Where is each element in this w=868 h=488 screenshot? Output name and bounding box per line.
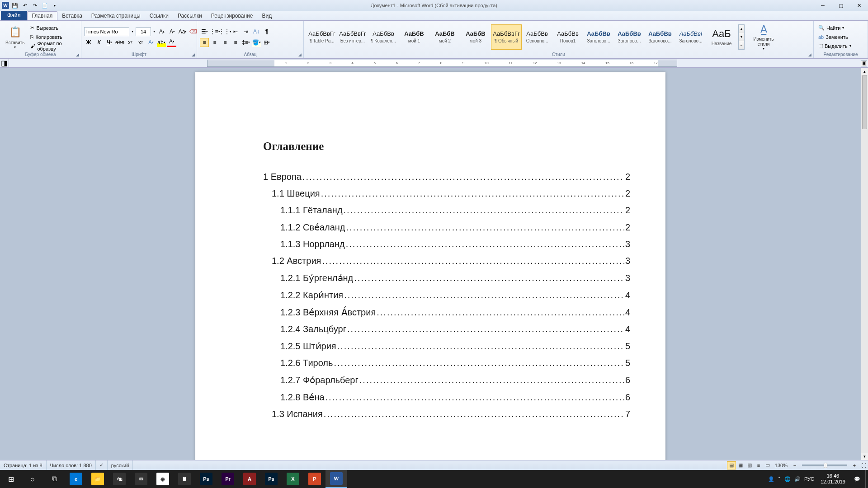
select-button[interactable]: ⬚Выделить▾ — [816, 42, 853, 50]
zoom-fit-button[interactable]: ⛶ — [859, 461, 868, 469]
taskbar-store[interactable]: 🛍 — [108, 470, 130, 488]
view-outline[interactable]: ≡ — [754, 461, 763, 469]
style-item-11[interactable]: АаБбВвЗаголово... — [645, 24, 675, 50]
style-scroll-down[interactable]: ▾ — [739, 33, 744, 41]
taskbar-mail[interactable]: ✉ — [130, 470, 152, 488]
status-language[interactable]: русский — [108, 460, 133, 470]
style-item-4[interactable]: АаБбВмой 2 — [429, 24, 460, 50]
ruler-corner[interactable]: ◨ — [0, 59, 9, 68]
size-dd-icon[interactable]: ▾ — [152, 29, 156, 33]
font-color-button[interactable]: A▾ — [167, 38, 176, 47]
clipboard-launcher[interactable]: ◢ — [75, 52, 80, 57]
change-case-button[interactable]: Aa▾ — [178, 27, 187, 36]
copy-button[interactable]: ⎘Копировать — [28, 33, 78, 41]
view-draft[interactable]: ▭ — [763, 461, 772, 469]
style-scroll-more[interactable]: ≡ — [739, 41, 744, 49]
tab-1[interactable]: Вставка — [57, 11, 87, 20]
borders-button[interactable]: ⊞▾ — [262, 38, 271, 47]
tab-2[interactable]: Разметка страницы — [87, 11, 145, 20]
style-item-5[interactable]: АаБбВмой 3 — [460, 24, 491, 50]
underline-button[interactable]: Ч▾ — [105, 38, 114, 47]
minimize-button[interactable]: ─ — [814, 0, 832, 11]
status-proofing[interactable]: ✓ — [96, 460, 108, 470]
sort-button[interactable]: A↓ — [252, 27, 261, 36]
change-styles-button[interactable]: A̲ Изменить стили ▾ — [749, 23, 778, 52]
styles-launcher[interactable]: ◢ — [807, 52, 812, 57]
taskbar-excel[interactable]: X — [282, 470, 304, 488]
status-page[interactable]: Страница: 1 из 8 — [0, 460, 47, 470]
qat-customize-icon[interactable]: ▾ — [51, 1, 59, 9]
italic-button[interactable]: К — [94, 38, 104, 47]
scroll-down-icon[interactable]: ▾ — [861, 453, 868, 460]
tab-3[interactable]: Ссылки — [145, 11, 173, 20]
tab-6[interactable]: Вид — [257, 11, 276, 20]
tray-network-icon[interactable]: 🌐 — [784, 476, 791, 482]
cut-button[interactable]: ✂Вырезать — [28, 24, 78, 32]
line-spacing-button[interactable]: ‡≡▾ — [241, 38, 250, 47]
zoom-in-button[interactable]: + — [850, 461, 859, 469]
horizontal-ruler[interactable]: ·1·2·3·4·5·6·7·8·9·10·11·12·13·14·15·16·… — [207, 60, 677, 67]
text-effects-button[interactable]: A▾ — [146, 38, 156, 47]
numbering-button[interactable]: ⋮≡▾ — [210, 27, 219, 36]
shading-button[interactable]: 🪣▾ — [252, 38, 261, 47]
taskbar-abbyy[interactable]: A — [239, 470, 260, 488]
redo-icon[interactable]: ↷ — [31, 1, 39, 9]
style-item-7[interactable]: АаБбВвОсновно... — [522, 24, 552, 50]
style-item-13[interactable]: АаБНазвание — [706, 24, 737, 50]
save-icon[interactable]: 💾 — [11, 1, 19, 9]
zoom-slider[interactable] — [802, 465, 847, 466]
taskbar-ppt[interactable]: P — [304, 470, 326, 488]
grow-font-button[interactable]: A▴ — [157, 27, 166, 36]
align-right-button[interactable]: ≡ — [221, 38, 230, 47]
find-button[interactable]: 🔍Найти▾ — [816, 24, 853, 32]
search-button[interactable]: ⌕ — [22, 470, 43, 488]
style-item-9[interactable]: АаБбВвЗаголово... — [583, 24, 614, 50]
style-item-8[interactable]: АаБбВвПопов1 — [552, 24, 583, 50]
tab-5[interactable]: Рецензирование — [207, 11, 258, 20]
style-item-2[interactable]: АаБбВв¶ Ковален... — [368, 24, 399, 50]
paste-button[interactable]: 📋 Вставить ▾ — [3, 23, 27, 52]
style-item-10[interactable]: АаБбВвЗаголово... — [614, 24, 645, 50]
taskbar-chrome[interactable]: ◉ — [152, 470, 174, 488]
taskbar-calc[interactable]: 🖩 — [174, 470, 195, 488]
undo-icon[interactable]: ↶ — [21, 1, 29, 9]
scroll-up-icon[interactable]: ▴ — [861, 68, 868, 75]
align-left-button[interactable]: ≡ — [200, 38, 209, 47]
tray-people-icon[interactable]: 👤 — [768, 476, 774, 482]
show-marks-button[interactable]: ¶ — [262, 27, 271, 36]
style-item-3[interactable]: АаБбВмой 1 — [399, 24, 429, 50]
style-scroll-up[interactable]: ▴ — [739, 25, 744, 33]
tray-up-icon[interactable]: ˄ — [778, 476, 781, 482]
view-print-layout[interactable]: ▤ — [727, 461, 736, 469]
tray-lang[interactable]: РУС — [804, 476, 814, 482]
style-item-6[interactable]: АаБбВвГг¶ Обычный — [491, 24, 522, 50]
taskbar-ps2[interactable]: Ps — [260, 470, 282, 488]
document-area[interactable]: Оглавление 1 Европа ....................… — [0, 68, 861, 474]
taskbar-word[interactable]: W — [326, 470, 347, 488]
close-button[interactable]: ✕ — [850, 0, 868, 11]
tab-file[interactable]: Файл — [1, 10, 27, 20]
increase-indent-button[interactable]: ⇥ — [241, 27, 250, 36]
highlight-button[interactable]: ab▾ — [157, 38, 166, 47]
task-view-button[interactable]: ⧉ — [43, 470, 65, 488]
style-item-1[interactable]: АаБбВвГгБез интер... — [337, 24, 368, 50]
bold-button[interactable]: Ж — [84, 38, 93, 47]
superscript-button[interactable]: x2 — [136, 38, 145, 47]
strike-button[interactable]: abc — [115, 38, 124, 47]
font-size-select[interactable] — [136, 27, 151, 36]
justify-button[interactable]: ≡ — [231, 38, 240, 47]
clear-format-button[interactable]: ⌫ — [189, 27, 198, 36]
start-button[interactable]: ⊞ — [0, 470, 22, 488]
bullets-button[interactable]: ☰▾ — [200, 27, 209, 36]
taskbar-ps[interactable]: Ps — [195, 470, 217, 488]
tray-volume-icon[interactable]: 🔊 — [794, 476, 801, 482]
align-center-button[interactable]: ≡ — [210, 38, 219, 47]
style-item-0[interactable]: АаБбВвГг¶ Table Pa... — [307, 24, 337, 50]
shrink-font-button[interactable]: A▾ — [168, 27, 177, 36]
taskbar-edge[interactable]: e — [65, 470, 87, 488]
replace-button[interactable]: abЗаменить — [816, 33, 853, 41]
view-web[interactable]: ▧ — [745, 461, 754, 469]
tab-4[interactable]: Рассылки — [173, 11, 207, 20]
font-name-select[interactable] — [84, 27, 129, 36]
style-item-12[interactable]: АаБбВвIЗаголово... — [675, 24, 706, 50]
